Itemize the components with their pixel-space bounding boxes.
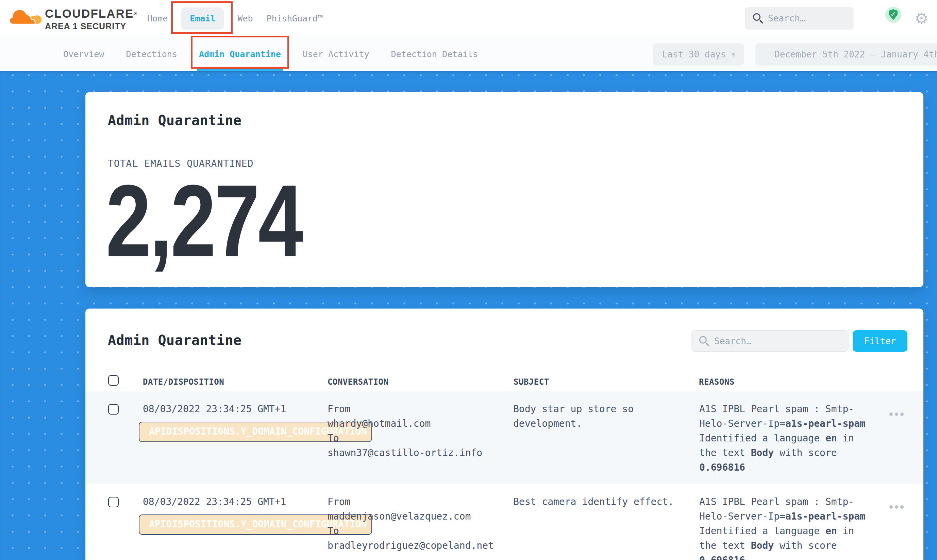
chevron-down-icon: ▾: [731, 50, 735, 59]
row-reasons: A1S IPBL Pearl spam : Smtp-Helo-Server-I…: [699, 402, 869, 475]
brand-tagline: AREA 1 SECURITY: [45, 22, 138, 31]
column-header-conversation: CONVERSATION: [327, 377, 388, 387]
table-header-row: DATE/DISPOSITION CONVERSATION SUBJECT RE…: [85, 373, 923, 391]
row-subject: Best camera identify effect.: [513, 494, 683, 509]
tab-detections[interactable]: Detections: [126, 49, 177, 59]
cloudflare-logo[interactable]: CLOUDFLARE® AREA 1 SECURITY: [9, 3, 138, 31]
cloudflare-wordmark: CLOUDFLARE® AREA 1 SECURITY: [45, 3, 138, 31]
nav-phishguard[interactable]: PhishGuard™: [267, 14, 323, 23]
column-header-date-disposition: DATE/DISPOSITION: [143, 377, 224, 387]
date-range-value: December 5th 2022 — January 4th 2023: [775, 49, 937, 60]
nav-email[interactable]: Email: [181, 8, 224, 29]
admin-quarantine-table-card: Admin Quarantine Search… Filter DATE/DIS…: [85, 309, 923, 560]
select-all-checkbox[interactable]: [108, 375, 119, 386]
search-icon: [752, 12, 764, 24]
column-header-reasons: REASONS: [699, 377, 735, 387]
main-content: Admin Quarantine TOTAL EMAILS QUARANTINE…: [0, 71, 937, 560]
row-subject: Body star up store so development.: [513, 402, 683, 431]
row-conversation: From maddenjason@velazquez.com To bradle…: [327, 494, 511, 553]
nav-email-wrap: Email: [181, 8, 224, 29]
to-label: To: [327, 431, 511, 446]
row-checkbox[interactable]: [108, 497, 119, 507]
row-checkbox[interactable]: [108, 404, 119, 415]
tab-overview[interactable]: Overview: [63, 49, 104, 59]
header-actions: Search… ✓ ⚙: [733, 0, 937, 37]
table-search-placeholder: Search…: [714, 336, 752, 346]
summary-card-title: Admin Quarantine: [108, 112, 241, 128]
filter-button[interactable]: Filter: [853, 330, 908, 352]
row-actions-ellipsis-icon[interactable]: [889, 409, 910, 419]
secondary-nav: Overview Detections Admin Quarantine Use…: [0, 37, 937, 71]
tab-detection-details[interactable]: Detection Details: [391, 49, 478, 59]
date-range-preset-dropdown[interactable]: Last 30 days ▾: [653, 43, 744, 66]
date-range-picker[interactable]: December 5th 2022 — January 4th 2023: [755, 43, 937, 66]
protection-status-badge[interactable]: ✓: [885, 7, 901, 23]
admin-quarantine-summary-card: Admin Quarantine TOTAL EMAILS QUARANTINE…: [85, 92, 923, 287]
row-date: 08/03/2022 23:34:25 GMT+1: [143, 402, 286, 416]
nav-web[interactable]: Web: [238, 14, 253, 23]
from-address: whardy@hotmail.com: [327, 416, 511, 431]
nav-home[interactable]: Home: [147, 14, 168, 23]
to-address: shawn37@castillo-ortiz.info: [327, 446, 511, 460]
global-search-input[interactable]: Search…: [745, 7, 854, 29]
primary-nav: Home Email Web PhishGuard™: [147, 0, 323, 37]
row-reasons: A1S IPBL Pearl spam : Smtp-Helo-Server-I…: [699, 494, 869, 560]
global-search-placeholder: Search…: [768, 13, 805, 23]
secondary-nav-tabs: Overview Detections Admin Quarantine Use…: [63, 37, 478, 71]
tab-user-activity[interactable]: User Activity: [303, 49, 369, 59]
row-date: 08/03/2022 23:34:25 GMT+1: [143, 494, 286, 509]
to-label: To: [327, 524, 511, 538]
from-label: From: [327, 402, 511, 416]
total-quarantined-value: 2,274: [106, 169, 302, 271]
table-row[interactable]: 08/03/2022 23:34:25 GMT+1 APIDISPOSITION…: [85, 391, 923, 484]
page: CLOUDFLARE® AREA 1 SECURITY Home Email W…: [0, 0, 937, 560]
tab-admin-quarantine-label: Admin Quarantine: [199, 49, 281, 59]
top-header: CLOUDFLARE® AREA 1 SECURITY Home Email W…: [0, 0, 937, 37]
table-search-input[interactable]: Search…: [692, 330, 849, 352]
settings-gear-icon[interactable]: ⚙: [915, 11, 928, 26]
table-search-icon: [699, 335, 710, 347]
table-card-title: Admin Quarantine: [108, 332, 241, 348]
brand-name: CLOUDFLARE®: [45, 7, 138, 20]
cloudflare-cloud-icon: [9, 6, 42, 27]
row-actions-ellipsis-icon[interactable]: [889, 502, 910, 512]
registered-mark: ®: [134, 11, 138, 16]
from-label: From: [327, 494, 511, 509]
row-conversation: From whardy@hotmail.com To shawn37@casti…: [327, 402, 511, 460]
table-row[interactable]: 08/03/2022 23:34:25 GMT+1 APIDISPOSITION…: [85, 484, 923, 560]
shield-check-icon: ✓: [885, 7, 901, 23]
from-address: maddenjason@velazquez.com: [327, 509, 511, 524]
to-address: bradleyrodriguez@copeland.net: [327, 538, 511, 553]
column-header-subject: SUBJECT: [514, 377, 549, 387]
tab-admin-quarantine[interactable]: Admin Quarantine: [199, 49, 281, 59]
date-range-preset-label: Last 30 days: [662, 49, 726, 60]
